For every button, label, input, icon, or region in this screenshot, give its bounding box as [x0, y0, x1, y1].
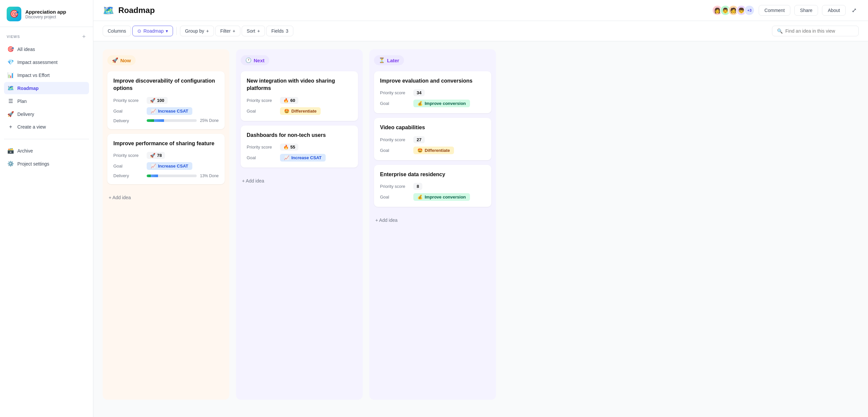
sidebar-item-plan[interactable]: ☰ Plan — [4, 95, 89, 107]
roadmap-selector[interactable]: ⊙ Roadmap ▾ — [132, 26, 173, 36]
card-dashboards[interactable]: Dashboards for non-tech users Priority s… — [241, 126, 358, 168]
goal-icon: 📈 — [151, 164, 156, 169]
settings-label: Project settings — [17, 161, 49, 167]
about-button[interactable]: About — [822, 5, 846, 16]
archive-label: Archive — [17, 148, 33, 153]
card-video-capabilities[interactable]: Video capabilities Priority score 27 Goa… — [374, 118, 491, 160]
sidebar-item-archive[interactable]: 🗃️ Archive — [4, 144, 89, 157]
goal-row: Goal 📈 Increase CSAT — [113, 107, 219, 115]
main-content: 🗺️ Roadmap 👩 👨 🧑 👦 +3 Comment Share Abou… — [93, 0, 868, 417]
sidebar-item-project-settings[interactable]: ⚙️ Project settings — [4, 158, 89, 170]
priority-score-badge: 8 — [413, 183, 422, 190]
goal-badge: 📈 Increase CSAT — [147, 107, 192, 115]
sidebar-item-label: Impact assessment — [17, 60, 58, 65]
progress-track — [147, 175, 197, 177]
add-view-button[interactable]: + — [81, 34, 86, 40]
filter-button[interactable]: Filter + — [215, 26, 240, 36]
priority-score-badge: 27 — [413, 136, 425, 143]
expand-button[interactable]: ⤢ — [850, 5, 859, 16]
topbar-right: 👩 👨 🧑 👦 +3 Comment Share About ⤢ — [712, 5, 859, 16]
priority-value: 100 — [157, 98, 164, 103]
delivery-row: Delivery 13% Done — [113, 173, 219, 178]
next-label: Next — [254, 58, 265, 63]
goal-badge: 💰 Improve conversion — [413, 193, 470, 201]
later-badge: ⏳ Later — [374, 55, 404, 65]
priority-score-badge: 🔥 55 — [280, 144, 298, 150]
card-title: Improve performance of sharing feature — [113, 140, 219, 147]
page-title-icon: 🗺️ — [103, 5, 114, 16]
goal-icon: 📈 — [151, 109, 156, 113]
create-view-icon: + — [7, 124, 14, 130]
fields-button[interactable]: Fields 3 — [266, 26, 293, 36]
card-improve-discoverability[interactable]: Improve discoverability of configuration… — [107, 71, 225, 129]
goal-row: Goal 💰 Improve conversion — [380, 193, 485, 201]
app-name: Appreciation app — [25, 9, 66, 15]
goal-icon: 🤩 — [417, 148, 423, 153]
sidebar-item-impact-assessment[interactable]: 💎 Impact assessment — [4, 56, 89, 68]
sidebar-item-label: Roadmap — [17, 85, 39, 91]
priority-value: 8 — [417, 184, 419, 189]
avatar-extra-count: +3 — [744, 5, 755, 16]
share-button[interactable]: Share — [794, 5, 818, 16]
card-improve-sharing[interactable]: Improve performance of sharing feature P… — [107, 134, 225, 184]
now-badge: 🚀 Now — [107, 55, 136, 65]
goal-icon: 🤩 — [284, 109, 289, 113]
topbar: 🗺️ Roadmap 👩 👨 🧑 👦 +3 Comment Share Abou… — [93, 0, 868, 21]
sidebar-bottom: 🗃️ Archive ⚙️ Project settings — [0, 144, 93, 177]
priority-label: Priority score — [247, 144, 277, 149]
card-title: Improve evaluation and conversions — [380, 77, 485, 84]
sidebar-item-impact-vs-effort[interactable]: 📊 Impact vs Effort — [4, 69, 89, 81]
goal-row: Goal 📈 Increase CSAT — [247, 154, 352, 162]
create-view-button[interactable]: + Create a view — [4, 121, 89, 133]
card-improve-evaluation[interactable]: Improve evaluation and conversions Prior… — [374, 71, 491, 113]
column-next-header: 🕐 Next — [241, 55, 358, 65]
sidebar-item-label: Delivery — [17, 112, 34, 117]
sort-button[interactable]: Sort + — [242, 26, 265, 36]
delivery-bar: 25% Done — [147, 118, 219, 123]
comment-button[interactable]: Comment — [759, 5, 790, 16]
delivery-icon: 🚀 — [7, 111, 14, 117]
progress-pct: 13% Done — [200, 174, 219, 178]
app-subtitle: Discovery project — [25, 15, 66, 19]
board: 🚀 Now Improve discoverability of configu… — [93, 41, 868, 417]
sidebar-item-all-ideas[interactable]: 🎯 All ideas — [4, 43, 89, 55]
group-by-button[interactable]: Group by + — [180, 26, 214, 36]
goal-row: Goal 📈 Increase CSAT — [113, 162, 219, 170]
archive-icon: 🗃️ — [7, 147, 14, 154]
sidebar-header: 🎯 Appreciation app Discovery project — [0, 0, 93, 27]
goal-text: Improve conversion — [425, 101, 466, 106]
sidebar-item-label: All ideas — [17, 47, 35, 52]
columns-button[interactable]: Columns — [103, 26, 131, 36]
app-icon: 🎯 — [7, 7, 21, 21]
card-title: Improve discoverability of configuration… — [113, 77, 219, 92]
card-video-integration[interactable]: New integration with video sharing platf… — [241, 71, 358, 121]
toolbar: Columns ⊙ Roadmap ▾ Group by + Filter + … — [93, 21, 868, 41]
add-idea-next[interactable]: + Add idea — [241, 175, 358, 187]
priority-row: Priority score 🔥 55 — [247, 144, 352, 150]
impact-vs-effort-icon: 📊 — [7, 72, 14, 78]
app-info: Appreciation app Discovery project — [25, 9, 66, 19]
search-input[interactable] — [785, 28, 854, 34]
goal-row: Goal 🤩 Differentiate — [380, 146, 485, 154]
priority-label: Priority score — [247, 98, 277, 103]
priority-value: 34 — [417, 90, 421, 95]
goal-row: Goal 🤩 Differentiate — [247, 107, 352, 115]
add-idea-now[interactable]: + Add idea — [107, 192, 225, 204]
sidebar-item-delivery[interactable]: 🚀 Delivery — [4, 108, 89, 120]
sidebar-item-roadmap[interactable]: 🗺️ Roadmap — [4, 82, 89, 94]
priority-icon: 🔥 — [283, 98, 289, 103]
sort-label: Sort — [247, 28, 255, 34]
goal-text: Improve conversion — [425, 195, 466, 200]
priority-icon: 🔥 — [283, 144, 289, 149]
priority-label: Priority score — [113, 153, 143, 158]
next-icon: 🕐 — [245, 57, 252, 63]
priority-row: Priority score 27 — [380, 136, 485, 143]
goal-icon: 💰 — [417, 101, 423, 106]
card-enterprise-residency[interactable]: Enterprise data residency Priority score… — [374, 165, 491, 207]
add-idea-later[interactable]: + Add idea — [374, 214, 491, 226]
page-title: Roadmap — [118, 6, 155, 15]
priority-score-badge: 34 — [413, 89, 425, 96]
priority-row: Priority score 🔥 60 — [247, 97, 352, 104]
priority-label: Priority score — [380, 184, 410, 189]
priority-value: 78 — [157, 153, 162, 158]
